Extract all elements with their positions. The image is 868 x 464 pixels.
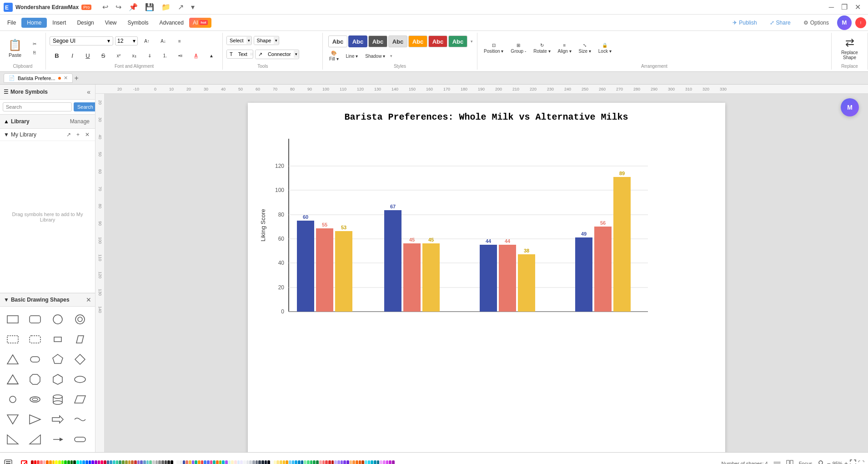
style-swatch-2[interactable]: Abc — [348, 35, 367, 47]
zoom-in-btn[interactable]: + — [844, 460, 848, 464]
text-wrap-btn[interactable]: ⇓ — [142, 52, 157, 60]
shape-triangle[interactable] — [4, 350, 22, 368]
color-swatch[interactable] — [210, 460, 213, 464]
sidebar-collapse-btn[interactable]: « — [86, 87, 91, 96]
list-bullet-btn[interactable]: •≡ — [173, 52, 188, 60]
style-swatch-7[interactable]: Abc — [448, 35, 467, 47]
shape-small-rect[interactable] — [49, 330, 67, 348]
select-tool-btn[interactable]: Select ▾ — [226, 36, 252, 45]
color-swatch[interactable] — [128, 460, 131, 464]
color-swatch[interactable] — [89, 460, 91, 464]
color-swatch[interactable] — [43, 460, 46, 464]
shape-octagon[interactable] — [26, 370, 44, 388]
color-swatch[interactable] — [80, 460, 82, 464]
color-swatch[interactable] — [316, 460, 319, 464]
my-library-row[interactable]: ▼ My Library ↗ + ✕ — [0, 129, 95, 141]
color-swatch[interactable] — [350, 460, 352, 464]
color-swatch[interactable] — [140, 460, 143, 464]
shadow-btn[interactable]: Shadow ▾ — [362, 52, 388, 60]
library-section[interactable]: ▲ Library Manage — [0, 115, 95, 129]
shapes-close-btn[interactable]: ✕ — [86, 296, 91, 303]
shape-ring[interactable] — [71, 310, 89, 328]
shape-rect[interactable] — [4, 310, 22, 328]
color-swatch[interactable] — [274, 460, 276, 464]
share-btn[interactable]: ⤢ Share — [765, 18, 795, 28]
shape-wave[interactable] — [71, 410, 89, 429]
styles-expand-btn[interactable]: ▾ — [470, 39, 473, 44]
color-swatch[interactable] — [361, 460, 364, 464]
menu-home[interactable]: Home — [21, 18, 47, 28]
color-swatch[interactable] — [58, 460, 61, 464]
document-tab[interactable]: 📄 Barista Prefere... ✕ — [4, 73, 73, 83]
shape-arrow-block[interactable] — [49, 410, 67, 429]
search-input[interactable] — [3, 102, 72, 111]
color-swatch[interactable] — [98, 460, 100, 464]
color-swatch[interactable] — [180, 460, 182, 464]
color-swatch[interactable] — [222, 460, 225, 464]
text-tool-btn[interactable]: T Text — [226, 50, 253, 59]
underline-btn[interactable]: U — [80, 51, 95, 61]
color-swatch[interactable] — [298, 460, 301, 464]
menu-symbols[interactable]: Symbols — [122, 18, 154, 28]
shape-round-small[interactable] — [26, 350, 44, 368]
font-decrease-btn[interactable]: A↓ — [156, 37, 171, 45]
color-swatch[interactable] — [95, 460, 97, 464]
color-swatch[interactable] — [34, 460, 37, 464]
color-swatch[interactable] — [307, 460, 310, 464]
color-swatch[interactable] — [392, 460, 395, 464]
list-numbered-btn[interactable]: 1. — [158, 52, 172, 60]
color-swatch[interactable] — [161, 460, 164, 464]
align-btn[interactable]: ≡ — [172, 37, 187, 45]
color-swatch[interactable] — [225, 460, 228, 464]
color-swatch[interactable] — [70, 460, 73, 464]
shape-round-dashed[interactable] — [26, 330, 44, 348]
close-btn[interactable]: ✕ — [851, 2, 864, 12]
font-increase-btn[interactable]: A↑ — [140, 37, 154, 45]
close-tab-btn[interactable]: ✕ — [64, 75, 68, 81]
copy-btn[interactable]: ⎘ — [27, 49, 42, 56]
fit-btn[interactable] — [850, 459, 856, 464]
color-swatch[interactable] — [246, 460, 249, 464]
search-btn[interactable]: Search — [74, 102, 95, 111]
color-swatch[interactable] — [319, 460, 322, 464]
color-swatch[interactable] — [110, 460, 112, 464]
color-swatch[interactable] — [125, 460, 128, 464]
color-swatch[interactable] — [73, 460, 76, 464]
fullscreen-btn[interactable]: ⛶ — [858, 460, 864, 464]
color-swatch[interactable] — [104, 460, 106, 464]
my-lib-close-btn[interactable]: ✕ — [83, 131, 91, 139]
style-swatch-1[interactable]: Abc — [328, 35, 347, 47]
shape-ring2[interactable] — [26, 390, 44, 409]
color-swatch[interactable] — [258, 460, 261, 464]
color-swatch[interactable] — [310, 460, 313, 464]
color-swatch[interactable] — [165, 460, 167, 464]
color-swatch[interactable] — [49, 460, 52, 464]
color-swatch[interactable] — [228, 460, 231, 464]
folder-btn[interactable]: 📁 — [158, 2, 174, 12]
color-swatch[interactable] — [76, 460, 79, 464]
color-swatch[interactable] — [158, 460, 161, 464]
bold-btn[interactable]: B — [50, 51, 64, 61]
color-swatch[interactable] — [149, 460, 152, 464]
zoom-out-btn[interactable]: − — [827, 460, 831, 464]
shape-more-triangle[interactable] — [4, 370, 22, 388]
color-swatch[interactable] — [301, 460, 304, 464]
color-swatch[interactable] — [304, 460, 306, 464]
color-swatch[interactable] — [40, 460, 43, 464]
color-swatch[interactable] — [234, 460, 237, 464]
shape-triangle2[interactable] — [4, 410, 22, 429]
color-swatch[interactable] — [337, 460, 340, 464]
shape-small-triangle2[interactable] — [26, 430, 44, 449]
color-swatch[interactable] — [271, 460, 273, 464]
color-swatch[interactable] — [359, 460, 361, 464]
canvas-wrapper[interactable]: Barista Preferences: Whole Milk vs Alter… — [105, 94, 868, 452]
rotate-btn[interactable]: ↻ Rotate ▾ — [531, 41, 553, 55]
shape-round-rect[interactable] — [26, 310, 44, 328]
color-swatch[interactable] — [261, 460, 264, 464]
color-swatch[interactable] — [325, 460, 328, 464]
color-swatch[interactable] — [240, 460, 243, 464]
size-btn[interactable]: ⤡ Size ▾ — [576, 41, 594, 55]
color-swatch[interactable] — [341, 460, 343, 464]
color-swatch[interactable] — [295, 460, 297, 464]
color-swatch[interactable] — [64, 460, 67, 464]
